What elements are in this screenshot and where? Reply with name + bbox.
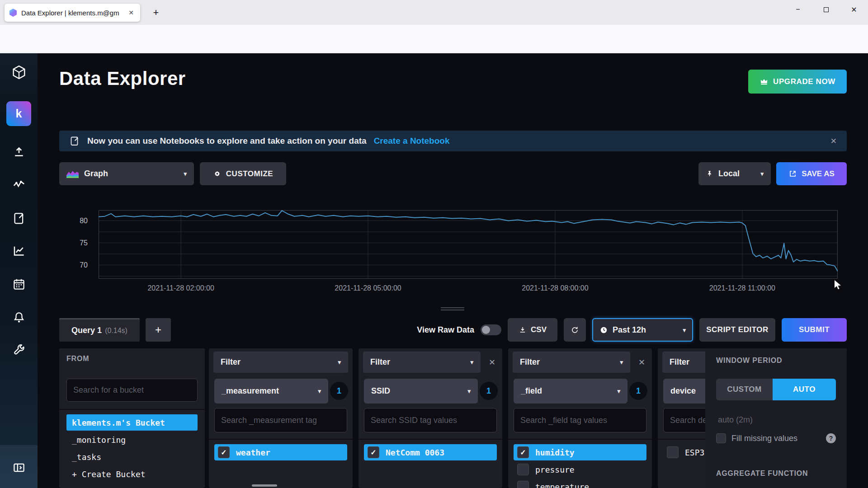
sidebar-item-alerts[interactable] <box>0 308 38 328</box>
filter-type-dropdown[interactable]: Filter ▾ <box>363 352 481 373</box>
chart-plot-area[interactable] <box>99 210 838 279</box>
tag-search-input[interactable] <box>514 408 646 432</box>
scope-dropdown[interactable]: Local ▾ <box>698 162 771 185</box>
sidebar-toggle-nav[interactable] <box>0 458 38 478</box>
time-range-dropdown[interactable]: Past 12h ▾ <box>592 318 693 342</box>
maximize-button[interactable] <box>812 0 840 19</box>
remove-filter-icon[interactable]: ✕ <box>489 357 495 367</box>
browser-tab[interactable]: Data Explorer | klements.m@gm ✕ <box>5 4 140 22</box>
chevron-down-icon: ▾ <box>617 388 620 394</box>
tag-value-label: NetComm 0063 <box>386 448 444 457</box>
from-bucket-card: FROM klements.m's Bucket _monitoring _ta… <box>59 348 205 488</box>
customize-button[interactable]: CUSTOMIZE <box>200 162 286 185</box>
sidebar-item-data-explorer[interactable] <box>0 175 38 195</box>
checkbox-checked-icon[interactable]: ✓ <box>218 446 230 458</box>
toggle-knob <box>482 326 490 334</box>
checkbox-unchecked-icon[interactable] <box>667 446 679 458</box>
tag-value-label: humidity <box>535 448 575 457</box>
time-series-chart[interactable]: 807570 2021-11-28 02:00:002021-11-28 05:… <box>59 197 847 306</box>
explore-graph-icon <box>12 178 26 192</box>
tag-value-row-selected[interactable]: ✓ humidity <box>514 444 646 460</box>
filter-title: Filter <box>370 357 390 367</box>
new-tab-button[interactable]: + <box>149 6 163 19</box>
close-window-button[interactable]: ✕ <box>840 0 868 19</box>
notebooks-banner: Now you can use Notebooks to explore and… <box>59 131 847 151</box>
sidebar-item-settings[interactable] <box>0 340 38 360</box>
help-icon[interactable]: ? <box>826 433 836 443</box>
bucket-item-selected[interactable]: klements.m's Bucket <box>66 414 198 431</box>
pin-icon <box>706 169 713 178</box>
sidebar-item-tasks[interactable] <box>0 274 38 294</box>
nav-sidebar: k <box>0 53 38 488</box>
checkbox-unchecked-icon[interactable] <box>517 481 529 488</box>
bucket-list: klements.m's Bucket _monitoring _tasks +… <box>66 414 198 483</box>
custom-mode-button[interactable]: CUSTOM <box>716 379 773 400</box>
scope-label: Local <box>718 169 740 178</box>
sidebar-item-load-data[interactable] <box>0 141 38 161</box>
refresh-button[interactable] <box>564 318 586 342</box>
divider <box>209 439 353 440</box>
chart-y-axis: 807570 <box>59 210 93 279</box>
bucket-search-input[interactable] <box>66 379 198 402</box>
horizontal-scrollbar-thumb[interactable] <box>252 484 277 487</box>
tag-value-list: ✓ humidity pressure temperature <box>514 444 646 488</box>
window-controls: − ✕ <box>784 0 868 19</box>
add-query-button[interactable]: + <box>146 318 171 342</box>
avatar[interactable]: k <box>6 101 31 126</box>
query-tab[interactable]: Query 1 (0.14s) <box>59 318 140 342</box>
chevron-down-icon: ▾ <box>338 359 341 366</box>
tag-value-row-selected[interactable]: ✓ weather <box>214 444 347 460</box>
resize-drag-handle[interactable] <box>441 307 464 310</box>
view-type-dropdown[interactable]: Graph ▾ <box>59 162 194 185</box>
remove-filter-icon[interactable]: ✕ <box>638 357 645 367</box>
checkbox-unchecked-icon[interactable] <box>716 433 726 443</box>
tag-value-row-selected[interactable]: ✓ NetComm 0063 <box>364 444 497 460</box>
sidebar-item-dashboards[interactable] <box>0 241 38 261</box>
selected-count-badge: 1 <box>629 382 647 400</box>
bucket-item[interactable]: _tasks <box>66 449 198 465</box>
upgrade-now-button[interactable]: UPGRADE NOW <box>748 70 847 94</box>
checkbox-checked-icon[interactable]: ✓ <box>517 446 529 458</box>
banner-close-icon[interactable]: ✕ <box>830 136 837 146</box>
time-range-label: Past 12h <box>613 325 646 335</box>
tag-search-input[interactable] <box>214 408 347 432</box>
bucket-item[interactable]: _monitoring <box>66 432 198 448</box>
customize-label: CUSTOMIZE <box>226 169 273 178</box>
filter-type-dropdown[interactable]: Filter ▾ <box>213 352 348 373</box>
view-raw-data-label: View Raw Data <box>417 325 474 335</box>
create-bucket-item[interactable]: + Create Bucket <box>66 466 198 482</box>
query-tab-label: Query 1 <box>71 326 102 335</box>
submit-button[interactable]: SUBMIT <box>782 318 847 342</box>
view-raw-data-toggle[interactable] <box>481 324 501 335</box>
minimize-button[interactable]: − <box>784 0 812 19</box>
sidebar-item-notebooks[interactable] <box>0 208 38 228</box>
from-title: FROM <box>66 355 89 363</box>
submit-label: SUBMIT <box>799 325 830 334</box>
tag-value-row[interactable]: pressure <box>514 461 646 478</box>
tag-key-dropdown[interactable]: SSID ▾ <box>364 379 478 404</box>
tag-key-label: SSID <box>371 386 390 396</box>
auto-mode-button[interactable]: AUTO <box>773 379 836 400</box>
csv-download-button[interactable]: CSV <box>508 318 557 342</box>
tag-key-label: _measurement <box>222 386 279 396</box>
divider <box>508 439 652 440</box>
tag-search-input[interactable] <box>364 408 497 432</box>
checkbox-checked-icon[interactable]: ✓ <box>368 446 379 458</box>
script-editor-button[interactable]: SCRIPT EDITOR <box>699 318 775 342</box>
notebook-icon <box>69 136 80 146</box>
window-period-panel: WINDOW PERIOD CUSTOM AUTO auto (2m) Fill… <box>705 348 847 488</box>
save-as-button[interactable]: SAVE AS <box>776 162 847 185</box>
tag-value-row[interactable]: temperature <box>514 479 646 488</box>
save-as-label: SAVE AS <box>802 169 835 178</box>
tag-key-dropdown[interactable]: _measurement ▾ <box>214 379 328 404</box>
chevron-down-icon: ▾ <box>760 170 764 177</box>
clock-icon <box>599 326 608 334</box>
create-notebook-link[interactable]: Create a Notebook <box>374 136 450 146</box>
view-type-label: Graph <box>84 169 108 178</box>
tag-key-dropdown[interactable]: _field ▾ <box>514 379 627 404</box>
gear-icon <box>213 169 222 178</box>
checkbox-unchecked-icon[interactable] <box>517 464 529 475</box>
filter-type-dropdown[interactable]: Filter ▾ <box>513 352 630 373</box>
tab-close-icon[interactable]: ✕ <box>127 8 136 17</box>
sidebar-item-home[interactable] <box>0 62 38 82</box>
